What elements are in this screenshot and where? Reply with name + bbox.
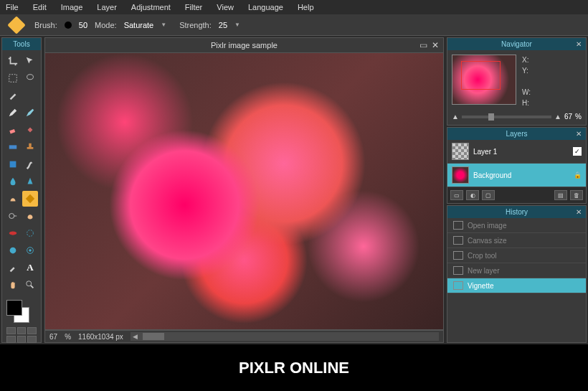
menu-help[interactable]: Help [298, 3, 314, 11]
lock-icon[interactable]: 🔒 [574, 171, 582, 179]
brush-label: Brush: [34, 21, 57, 29]
dropdown-icon[interactable]: ▼ [161, 22, 166, 28]
canvas[interactable] [44, 53, 444, 330]
pencil-tool[interactable] [5, 105, 21, 121]
history-item[interactable]: New layer [447, 263, 586, 278]
zoom-slider[interactable] [462, 116, 551, 118]
history-step-icon [453, 221, 463, 230]
options-bar: Brush: 50 Mode: Saturate ▼ Strength: 25 … [0, 14, 588, 36]
visibility-checkbox[interactable]: ✓ [573, 147, 582, 156]
strength-label: Strength: [179, 21, 212, 29]
menu-adjustment[interactable]: Adjustment [131, 3, 171, 11]
navigator-zoom-unit: % [575, 113, 582, 121]
svg-rect-2 [9, 129, 15, 134]
history-item[interactable]: Canvas size [447, 233, 586, 248]
document-title-bar[interactable]: Pixlr image sample ▭ ✕ [44, 37, 444, 53]
history-item[interactable]: Vignette [447, 278, 586, 293]
layers-panel: Layers✕ Layer 1 ✓ Background 🔒 ▭ ◐ ▢ ▤ 🗑 [447, 127, 587, 204]
svg-point-1 [27, 75, 34, 80]
zoom-value[interactable]: 67 [49, 333, 57, 341]
document-title: Pixlr image sample [211, 41, 278, 50]
navigator-thumbnail[interactable] [452, 55, 516, 105]
stamp-tool[interactable] [22, 139, 38, 155]
swatch-grid[interactable] [6, 327, 37, 343]
foreground-color-swatch[interactable] [6, 300, 22, 316]
svg-point-8 [27, 230, 34, 237]
eyedropper-tool[interactable] [5, 260, 21, 275]
layer-name[interactable]: Background [473, 171, 569, 179]
menu-view[interactable]: View [217, 3, 234, 11]
layer-style-button[interactable]: ▢ [482, 190, 495, 200]
menu-image[interactable]: Image [61, 3, 83, 11]
spot-heal-tool[interactable] [22, 225, 38, 241]
sharpen-tool[interactable] [22, 174, 38, 189]
history-header[interactable]: History✕ [447, 206, 586, 218]
color-picker[interactable] [6, 300, 29, 323]
hand-tool[interactable] [5, 277, 21, 293]
layer-thumbnail[interactable] [452, 166, 469, 184]
zoom-unit: % [65, 333, 71, 341]
layer-settings-button[interactable]: ▤ [554, 190, 567, 200]
menu-language[interactable]: Language [248, 3, 283, 11]
brush-tool[interactable] [22, 105, 38, 121]
move-tool[interactable] [22, 53, 38, 69]
canvas-dimensions: 1160x1034 px [78, 333, 123, 341]
navigator-header[interactable]: Navigator✕ [447, 38, 586, 50]
navigator-zoom-value[interactable]: 67 [564, 113, 572, 121]
svg-point-9 [10, 248, 16, 254]
history-item[interactable]: Crop tool [447, 248, 586, 263]
zoom-tool[interactable] [22, 277, 38, 293]
history-item[interactable]: Open image [447, 218, 586, 233]
strength-value[interactable]: 25 [219, 21, 227, 29]
bloat-tool[interactable] [5, 242, 21, 258]
layer-thumbnail[interactable] [452, 143, 469, 160]
close-icon[interactable]: ✕ [432, 40, 439, 50]
layers-header[interactable]: Layers✕ [447, 128, 586, 140]
mode-select[interactable]: Saturate [124, 21, 154, 29]
smudge-tool[interactable] [5, 191, 21, 207]
zoom-out-icon[interactable]: ▲ [452, 113, 459, 121]
dropdown-icon[interactable]: ▼ [234, 22, 240, 28]
status-bar: 67 % 1160x1034 px ◀ [44, 330, 444, 343]
pinch-tool[interactable] [22, 242, 38, 258]
redeye-tool[interactable] [5, 225, 21, 241]
svg-rect-4 [10, 161, 16, 168]
blur-tool[interactable] [5, 174, 21, 189]
layers-toolbar: ▭ ◐ ▢ ▤ 🗑 [447, 187, 586, 203]
type-tool[interactable]: A [22, 260, 38, 275]
navigator-viewport-rect[interactable] [461, 61, 501, 90]
layer-row[interactable]: Background 🔒 [447, 164, 586, 187]
new-layer-button[interactable]: ▭ [450, 190, 463, 200]
menu-file[interactable]: File [6, 3, 19, 11]
eraser-tool[interactable] [5, 122, 21, 138]
sponge-tool[interactable] [22, 191, 38, 207]
lasso-tool[interactable] [22, 70, 38, 86]
wand-tool[interactable] [5, 88, 21, 103]
close-icon[interactable]: ✕ [576, 40, 582, 48]
close-icon[interactable]: ✕ [576, 208, 582, 216]
marquee-tool[interactable] [5, 70, 21, 86]
menu-edit[interactable]: Edit [33, 3, 47, 11]
brush-size-value[interactable]: 50 [79, 21, 87, 29]
layer-row[interactable]: Layer 1 ✓ [447, 140, 586, 164]
bucket-tool[interactable] [22, 122, 38, 138]
close-icon[interactable]: ✕ [576, 130, 582, 138]
minimize-icon[interactable]: ▭ [419, 40, 427, 50]
page-caption: PIXLR ONLINE [0, 344, 588, 391]
menu-filter[interactable]: Filter [185, 3, 202, 11]
gradient-tool[interactable] [5, 139, 21, 155]
layer-mask-button[interactable]: ◐ [466, 190, 479, 200]
burn-tool[interactable] [22, 208, 38, 224]
menu-layer[interactable]: Layer [97, 3, 117, 11]
horizontal-scrollbar[interactable]: ◀ [131, 332, 439, 341]
history-step-icon [453, 236, 463, 245]
replace-color-tool[interactable] [5, 156, 21, 172]
zoom-in-icon[interactable]: ▲ [554, 113, 561, 121]
draw-tool[interactable] [22, 156, 38, 172]
dodge-tool[interactable] [5, 208, 21, 224]
history-panel: History✕ Open image Canvas size Crop too… [447, 205, 587, 343]
layer-name[interactable]: Layer 1 [473, 148, 569, 156]
delete-layer-button[interactable]: 🗑 [570, 190, 583, 200]
brush-preview-icon[interactable] [65, 22, 72, 29]
crop-tool[interactable] [5, 53, 21, 69]
